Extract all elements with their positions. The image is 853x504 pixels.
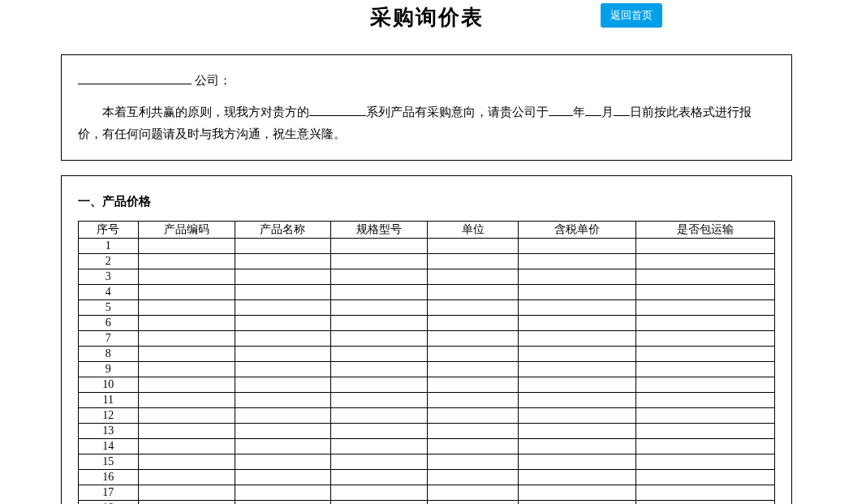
cell-price [518, 269, 635, 285]
cell-spec [331, 316, 428, 331]
cell-code [138, 377, 235, 393]
intro-box: 公司： 本着互利共赢的原则，现我方对贵方的系列产品有采购意向，请贵公司于年月日前… [61, 54, 792, 161]
table-row: 3 [79, 269, 775, 285]
cell-code [138, 470, 235, 485]
product-series-blank [309, 104, 366, 116]
cell-name [235, 454, 331, 470]
cell-ship [635, 408, 774, 424]
cell-ship [635, 269, 774, 285]
cell-code [138, 347, 235, 362]
cell-name [235, 408, 331, 424]
intro-month: 月 [601, 106, 614, 118]
cell-name [235, 362, 331, 377]
cell-ship [635, 501, 774, 505]
cell-spec [331, 454, 428, 470]
cell-spec [331, 408, 428, 424]
cell-unit [428, 424, 519, 439]
table-row: 15 [79, 454, 775, 470]
cell-unit [428, 501, 519, 505]
cell-seq: 17 [79, 485, 139, 501]
cell-seq: 14 [79, 439, 139, 454]
cell-price [518, 285, 635, 300]
cell-unit [428, 470, 519, 485]
cell-price [518, 316, 635, 331]
cell-code [138, 362, 235, 377]
intro-text: 本着互利共赢的原则，现我方对贵方的系列产品有采购意向，请贵公司于年月日前按此表格… [78, 101, 775, 145]
cell-ship [635, 393, 774, 408]
cell-code [138, 393, 235, 408]
cell-price [518, 454, 635, 470]
cell-price [518, 424, 635, 439]
cell-price [518, 362, 635, 377]
cell-spec [331, 470, 428, 485]
cell-name [235, 424, 331, 439]
cell-unit [428, 316, 519, 331]
cell-seq: 16 [79, 470, 139, 485]
cell-spec [331, 393, 428, 408]
table-row: 8 [79, 347, 775, 362]
cell-ship [635, 424, 774, 439]
cell-ship [635, 300, 774, 316]
cell-name [235, 316, 331, 331]
cell-code [138, 485, 235, 501]
header-name: 产品名称 [235, 222, 331, 239]
header-unit: 单位 [428, 222, 519, 239]
cell-code [138, 424, 235, 439]
cell-unit [428, 300, 519, 316]
intro-year: 年 [573, 106, 585, 118]
table-row: 1 [79, 239, 775, 254]
cell-seq: 7 [79, 331, 139, 347]
cell-ship [635, 470, 774, 485]
cell-price [518, 300, 635, 316]
cell-name [235, 239, 331, 254]
cell-code [138, 300, 235, 316]
cell-spec [331, 377, 428, 393]
cell-code [138, 454, 235, 470]
cell-unit [428, 285, 519, 300]
cell-name [235, 393, 331, 408]
cell-ship [635, 316, 774, 331]
cell-seq: 10 [79, 377, 139, 393]
intro-part2: 系列产品有采购意向，请贵公司于 [366, 106, 549, 118]
table-row: 12 [79, 408, 775, 424]
cell-spec [331, 424, 428, 439]
month-blank [585, 104, 601, 116]
section-product-price: 一、产品价格 序号 产品编码 产品名称 规格型号 单位 含税单价 是否包运输 1… [61, 175, 792, 504]
cell-seq: 15 [79, 454, 139, 470]
cell-ship [635, 362, 774, 377]
cell-spec [331, 269, 428, 285]
table-row: 5 [79, 300, 775, 316]
cell-name [235, 485, 331, 501]
cell-price [518, 239, 635, 254]
cell-unit [428, 408, 519, 424]
cell-name [235, 347, 331, 362]
back-home-button[interactable]: 返回首页 [601, 3, 662, 28]
cell-price [518, 470, 635, 485]
cell-unit [428, 239, 519, 254]
cell-code [138, 285, 235, 300]
header-code: 产品编码 [138, 222, 235, 239]
cell-name [235, 285, 331, 300]
cell-spec [331, 501, 428, 505]
cell-ship [635, 347, 774, 362]
year-blank [549, 104, 573, 116]
cell-seq: 9 [79, 362, 139, 377]
cell-code [138, 439, 235, 454]
cell-code [138, 331, 235, 347]
cell-spec [331, 439, 428, 454]
cell-seq: 12 [79, 408, 139, 424]
cell-unit [428, 362, 519, 377]
cell-code [138, 408, 235, 424]
cell-ship [635, 239, 774, 254]
company-suffix: 公司： [195, 74, 231, 87]
cell-name [235, 254, 331, 269]
cell-seq: 5 [79, 300, 139, 316]
cell-price [518, 254, 635, 269]
cell-ship [635, 285, 774, 300]
cell-ship [635, 485, 774, 501]
cell-name [235, 439, 331, 454]
day-blank [614, 104, 630, 116]
cell-spec [331, 347, 428, 362]
table-row: 10 [79, 377, 775, 393]
cell-seq: 8 [79, 347, 139, 362]
